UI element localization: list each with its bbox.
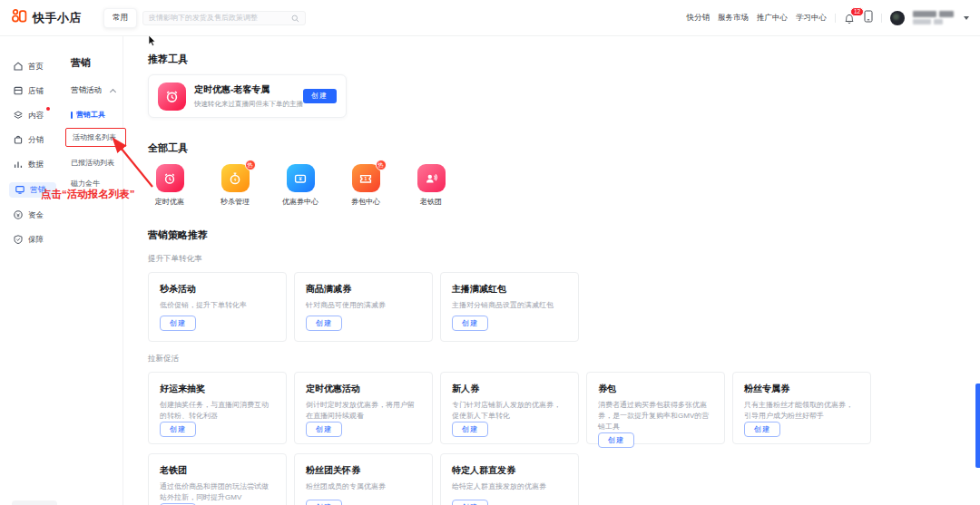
create-button[interactable]: 创建 [306, 500, 342, 505]
sidebar-item-content[interactable]: 内容 [13, 109, 57, 122]
card-title: 主播满减红包 [452, 283, 567, 296]
alarm-icon [156, 164, 184, 192]
distribution-icon [13, 134, 24, 147]
search-input[interactable] [149, 14, 291, 22]
marketing-icon [15, 184, 25, 197]
recommended-tool-card: 定时优惠-老客专属 快速转化来过直播间但未下单的主播 创建 [148, 74, 347, 118]
card-desc: 专门针对店铺新人发放的优惠券，促使新人下单转化 [452, 400, 567, 422]
shop-icon [13, 85, 24, 98]
card-title: 定时优惠活动 [306, 383, 421, 395]
divider [881, 14, 882, 23]
avatar[interactable] [890, 11, 905, 25]
card-title: 老铁团 [160, 464, 275, 477]
sidebar-item-label: 营销 [30, 185, 45, 196]
tool-seckill-management[interactable]: 热 秒杀管理 [213, 164, 257, 207]
svg-text:¥: ¥ [299, 176, 302, 181]
card-title: 秒杀活动 [160, 283, 275, 296]
sidebar-item-distribution[interactable]: 分销 [13, 133, 57, 147]
card-title: 特定人群直发券 [452, 464, 567, 477]
search-box[interactable] [142, 11, 306, 25]
tab-common[interactable]: 常用 [103, 8, 137, 28]
tool-coupon-center[interactable]: ¥ 优惠券中心 [279, 164, 322, 207]
tool-coupon-pack-center[interactable]: 1 热 券包中心 [344, 164, 387, 207]
card-desc: 只有主播粉丝才能领取的优惠券，引导用户成为粉丝好帮手 [744, 400, 859, 422]
kuaishou-logo-icon [11, 7, 28, 28]
card-title: 粉丝专属券 [744, 383, 859, 395]
nav-promotion-center[interactable]: 推广中心 [757, 13, 788, 24]
alarm-icon [158, 83, 186, 111]
strategy-card-targeted-coupon: 特定人群直发券 给特定人群直接发放的优惠券 创建 [440, 453, 579, 505]
floating-side-tab[interactable] [975, 384, 980, 468]
strategy-row-2: 好运来抽奖 创建抽奖任务，与直播间消费互动的转粉、转化利器 创建 定时优惠活动 … [148, 372, 980, 444]
create-button[interactable]: 创建 [598, 432, 634, 448]
submenu-title: 营销 [71, 56, 122, 70]
create-button[interactable]: 创建 [160, 316, 196, 331]
strategy-card-lucky-draw: 好运来抽奖 创建抽奖任务，与直播间消费互动的转粉、转化利器 创建 [148, 372, 287, 444]
card-desc: 通过低价商品和拼团的玩法尝试做站外拉新，同时提升GMV [160, 481, 275, 503]
notification-bell-icon[interactable]: 12 [844, 12, 856, 24]
sidebar-item-label: 资金 [28, 210, 44, 221]
left-rail: 首页 店铺 内容 分销 数据 营销 资金 保障 [0, 36, 57, 505]
card-title: 好运来抽奖 [160, 383, 275, 395]
strategy-card-product-coupon: 商品满减券 针对商品可使用的满减券 创建 [294, 272, 433, 342]
create-button[interactable]: 创建 [303, 89, 337, 103]
nav-learning-center[interactable]: 学习中心 [796, 13, 827, 24]
submenu-section-label: 营销工具 [76, 110, 105, 120]
submenu-item-signed-activity-list[interactable]: 已报活动列表 [71, 158, 122, 168]
nav-kuaifenxiao[interactable]: 快分销 [687, 13, 710, 24]
app-logo[interactable]: 快手小店 [11, 7, 82, 28]
create-button[interactable]: 创建 [744, 422, 780, 437]
strategy-subtitle-acquisition: 拉新促活 [148, 354, 980, 364]
username-redacted [913, 11, 954, 24]
strategy-title: 营销策略推荐 [148, 228, 980, 242]
sidebar-item-funds[interactable]: 资金 [13, 209, 57, 222]
card-title: 券包 [598, 383, 713, 395]
create-button[interactable]: 创建 [160, 422, 196, 437]
submenu-section-marketing-tools[interactable]: 营销工具 [71, 110, 122, 120]
svg-text:1: 1 [365, 176, 368, 181]
sidebar-item-data[interactable]: 数据 [13, 158, 57, 171]
strategy-card-anchor-redpacket: 主播满减红包 主播对分销商品设置的满减红包 创建 [440, 272, 579, 342]
sidebar-item-protection[interactable]: 保障 [13, 233, 57, 247]
create-button[interactable]: 创建 [452, 500, 488, 505]
page: 快手小店 常用 快分销 服务市场 推广中心 学习中心 12 [0, 0, 980, 505]
active-section-bar [71, 112, 73, 119]
new-dot-badge [46, 107, 50, 111]
strategy-card-coupon-pack: 券包 消费者通过购买券包获得多张优惠券，是一款提升复购率和GMV的营销工具 创建 [586, 372, 725, 444]
card-desc: 主播对分销商品设置的满减红包 [452, 300, 567, 311]
data-icon [13, 159, 24, 171]
tool-laotie-group[interactable]: 老铁团 [409, 164, 453, 207]
search-icon[interactable] [291, 10, 299, 26]
submenu-item-magnetic-taurus[interactable]: 磁力金牛 [71, 179, 122, 189]
tool-timed-discount[interactable]: 定时优惠 [148, 164, 191, 207]
hot-badge: 热 [376, 160, 387, 170]
create-button[interactable]: 创建 [452, 316, 488, 331]
stopwatch-icon [221, 164, 250, 192]
sidebar-item-shop[interactable]: 店铺 [13, 84, 57, 98]
card-desc: 粉丝团成员的专属优惠券 [306, 481, 421, 492]
home-icon [13, 61, 24, 73]
account-caret-down-icon[interactable] [964, 16, 969, 20]
create-button[interactable]: 创建 [306, 316, 342, 331]
all-tools-row: 定时优惠 热 秒杀管理 ¥ 优惠券中心 [148, 164, 980, 207]
marketing-submenu: 营销 营销活动 营销工具 活动报名列表 已报活动列表 磁力金牛 [57, 36, 123, 505]
sidebar-item-marketing[interactable]: 营销 [9, 182, 56, 198]
strategy-card-laotie-group: 老铁团 通过低价商品和拼团的玩法尝试做站外拉新，同时提升GMV 创建 [148, 453, 287, 505]
create-button[interactable]: 创建 [452, 422, 488, 437]
card-title: 商品满减券 [306, 283, 421, 296]
submenu-group-marketing-activity[interactable]: 营销活动 [71, 85, 122, 96]
strategy-card-seckill: 秒杀活动 低价促销，提升下单转化率 创建 [148, 272, 287, 342]
sidebar-item-label: 数据 [28, 160, 44, 170]
switch-old-version-button[interactable]: 切回旧版 [12, 500, 57, 505]
card-title: 粉丝团关怀券 [306, 464, 421, 477]
card-title: 新人券 [452, 383, 567, 395]
nav-service-market[interactable]: 服务市场 [718, 13, 749, 24]
create-button[interactable]: 创建 [306, 422, 342, 437]
sidebar-item-home[interactable]: 首页 [13, 60, 57, 73]
card-desc: 消费者通过购买券包获得多张优惠券，是一款提升复购率和GMV的营销工具 [598, 400, 713, 432]
logo-text: 快手小店 [33, 10, 82, 26]
mobile-app-icon[interactable] [864, 10, 873, 26]
main-content: 推荐工具 定时优惠-老客专属 快速转化来过直播间但未下单的主播 创建 全部工具 … [124, 36, 980, 505]
submenu-item-activity-signup-list[interactable]: 活动报名列表 [65, 128, 126, 147]
strategy-card-fanclub-care-coupon: 粉丝团关怀券 粉丝团成员的专属优惠券 创建 [294, 453, 433, 505]
